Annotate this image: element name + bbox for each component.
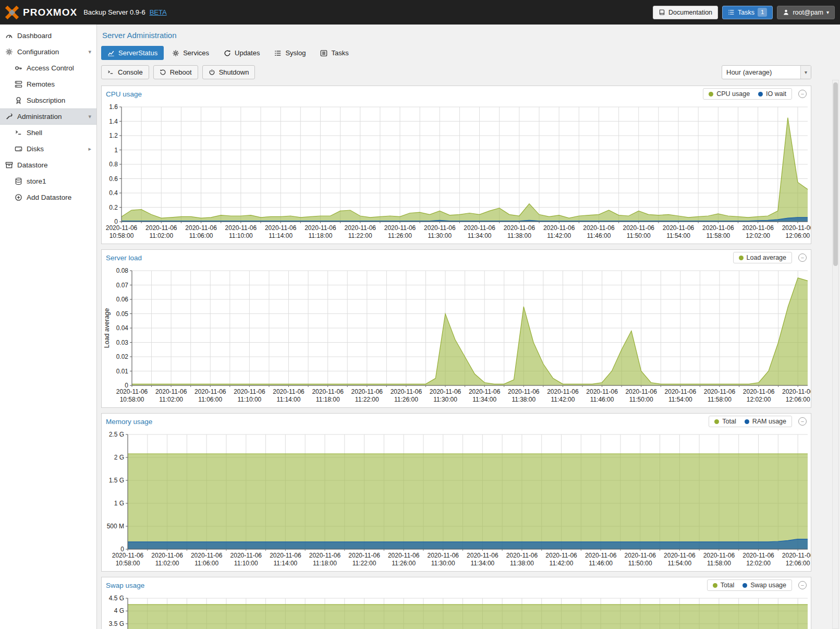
svg-text:11:58:00: 11:58:00 [707, 560, 731, 567]
collapse-panel-icon[interactable]: − [798, 90, 807, 98]
page-title: Server Administration [102, 31, 811, 40]
time-range-select[interactable]: Hour (average) ▾ [722, 65, 811, 79]
collapse-panel-icon[interactable]: − [798, 253, 807, 262]
collapse-panel-icon[interactable]: − [798, 581, 807, 589]
svg-text:11:22:00: 11:22:00 [352, 560, 376, 567]
tab-services[interactable]: Services [166, 46, 215, 60]
svg-text:11:38:00: 11:38:00 [512, 396, 535, 403]
svg-text:2020-11-06: 2020-11-06 [312, 388, 344, 395]
undo-icon [160, 69, 166, 76]
svg-text:11:26:00: 11:26:00 [394, 396, 418, 403]
cpu-chart-legend: CPU usage IO wait [703, 88, 792, 100]
svg-text:2020-11-06: 2020-11-06 [348, 552, 380, 559]
memory-usage-chart: 0500 M1 G1.5 G2 G2.5 G2020-11-0610:58:00… [102, 429, 811, 571]
sidebar-item-disks[interactable]: Disks ▸ [0, 141, 96, 157]
tab-tasks[interactable]: Tasks [314, 46, 355, 60]
tab-label: Services [183, 49, 209, 57]
chevron-right-icon[interactable]: ▸ [88, 146, 93, 152]
svg-text:11:14:00: 11:14:00 [269, 232, 293, 239]
documentation-button[interactable]: Documentation [653, 6, 718, 19]
svg-text:2020-11-06: 2020-11-06 [225, 224, 257, 232]
svg-text:10:58:00: 10:58:00 [109, 232, 134, 239]
gears-icon [5, 48, 13, 56]
svg-text:2 G: 2 G [114, 454, 124, 461]
tab-updates[interactable]: Updates [217, 46, 266, 60]
user-icon [783, 9, 789, 16]
chevron-down-icon[interactable]: ▾ [88, 113, 93, 120]
sidebar-item-configuration[interactable]: Configuration ▾ [0, 44, 96, 60]
sidebar-item-add-datastore[interactable]: Add Datastore [0, 189, 96, 205]
svg-text:2020-11-06: 2020-11-06 [625, 388, 657, 395]
svg-text:11:50:00: 11:50:00 [628, 560, 652, 567]
svg-text:12:06:00: 12:06:00 [786, 396, 810, 403]
vertical-scrollbar[interactable] [832, 80, 839, 629]
svg-text:2020-11-06: 2020-11-06 [270, 552, 301, 559]
sidebar-item-label: Datastore [17, 161, 48, 169]
sidebar-item-shell[interactable]: Shell [0, 125, 96, 141]
user-menu-button[interactable]: root@pam ▾ [777, 6, 835, 19]
swap-usage-chart: 0500 M1 G1.5 G2 G2.5 G3 G3.5 G4 G4.5 G20… [102, 593, 811, 629]
tab-label: ServerStatus [118, 49, 157, 57]
list-icon [728, 9, 735, 16]
svg-text:12:06:00: 12:06:00 [786, 232, 810, 239]
cpu-usage-panel: CPU usage CPU usage IO wait − 00.20.40.6… [101, 86, 811, 244]
panel-title: Server load [106, 254, 142, 262]
panel-title: CPU usage [106, 90, 142, 98]
product-version: Backup Server 0.9-6 [83, 8, 145, 16]
reboot-button[interactable]: Reboot [153, 65, 198, 79]
svg-text:11:34:00: 11:34:00 [468, 232, 492, 239]
svg-text:2020-11-06: 2020-11-06 [428, 552, 459, 559]
sidebar-item-administration[interactable]: Administration ▾ [0, 108, 96, 125]
svg-text:0.6: 0.6 [109, 175, 118, 183]
console-button[interactable]: Console [101, 65, 149, 79]
tab-serverstatus[interactable]: ServerStatus [101, 46, 164, 60]
collapse-panel-icon[interactable]: − [798, 417, 807, 426]
svg-text:11:54:00: 11:54:00 [666, 232, 690, 239]
sidebar-item-label: Subscription [27, 96, 65, 104]
tab-label: Syslog [285, 49, 306, 57]
legend-item[interactable]: Total [714, 418, 736, 425]
svg-text:2020-11-06: 2020-11-06 [586, 388, 618, 395]
svg-text:2020-11-06: 2020-11-06 [191, 552, 223, 559]
legend-dot [709, 92, 713, 96]
svg-text:2020-11-06: 2020-11-06 [702, 224, 734, 232]
legend-item[interactable]: Load average [739, 254, 786, 261]
svg-text:11:46:00: 11:46:00 [589, 560, 613, 567]
sidebar-item-datastore[interactable]: Datastore [0, 157, 96, 173]
legend-item[interactable]: RAM usage [745, 418, 786, 425]
svg-text:2020-11-06: 2020-11-06 [112, 552, 144, 559]
tab-syslog[interactable]: Syslog [268, 46, 312, 60]
memory-usage-panel: Memory usage Total RAM usage − 0500 M1 G… [101, 413, 811, 572]
legend-item[interactable]: CPU usage [709, 90, 750, 98]
tasks-button[interactable]: Tasks 1 [722, 6, 773, 19]
sidebar-item-dashboard[interactable]: Dashboard [0, 28, 96, 44]
sidebar-item-access-control[interactable]: Access Control [0, 60, 96, 76]
svg-text:12:06:00: 12:06:00 [786, 560, 810, 567]
legend-item[interactable]: Total [713, 582, 734, 589]
svg-text:2020-11-06: 2020-11-06 [424, 224, 456, 232]
svg-text:11:02:00: 11:02:00 [149, 232, 173, 239]
svg-text:11:26:00: 11:26:00 [392, 560, 416, 567]
svg-text:2020-11-06: 2020-11-06 [664, 552, 696, 559]
svg-text:2020-11-06: 2020-11-06 [230, 552, 262, 559]
legend-item[interactable]: Swap usage [742, 582, 786, 589]
legend-dot [714, 419, 719, 424]
sidebar-item-remotes[interactable]: Remotes [0, 76, 96, 92]
shutdown-button[interactable]: Shutdown [202, 65, 255, 79]
sidebar-item-store1[interactable]: store1 [0, 173, 96, 189]
svg-text:11:30:00: 11:30:00 [433, 396, 457, 403]
svg-text:0.04: 0.04 [116, 324, 129, 332]
sidebar-item-subscription[interactable]: Subscription [0, 92, 96, 108]
svg-text:2020-11-06: 2020-11-06 [663, 224, 695, 232]
svg-text:2020-11-06: 2020-11-06 [583, 224, 615, 232]
legend-item[interactable]: IO wait [758, 90, 786, 98]
svg-text:2020-11-06: 2020-11-06 [624, 552, 656, 559]
beta-link[interactable]: BETA [150, 8, 167, 16]
sidebar-item-label: Dashboard [17, 32, 52, 40]
svg-text:0.05: 0.05 [116, 310, 129, 318]
chevron-down-icon[interactable]: ▾ [88, 49, 93, 55]
svg-text:2020-11-06: 2020-11-06 [547, 388, 579, 395]
scrollbar-thumb[interactable] [833, 82, 838, 266]
database-icon [15, 177, 22, 185]
svg-text:2020-11-06: 2020-11-06 [106, 224, 138, 232]
